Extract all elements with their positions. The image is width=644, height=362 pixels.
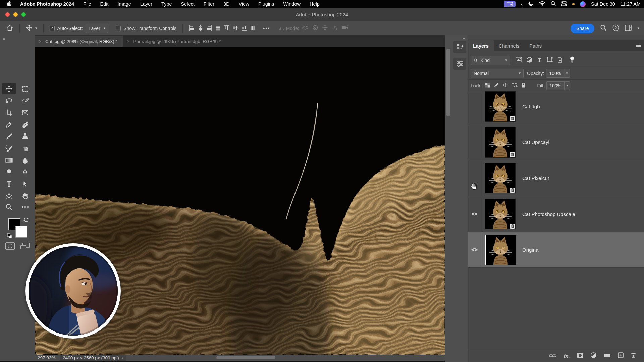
tab-layers[interactable]: Layers: [468, 40, 494, 51]
opacity-chevron[interactable]: ▾: [564, 69, 570, 78]
menu-date[interactable]: Sat Dec 30: [591, 1, 615, 7]
panel-menu-icon[interactable]: [636, 43, 641, 49]
layer-mask-icon[interactable]: [577, 353, 583, 359]
quick-mask-icon[interactable]: [5, 242, 15, 251]
workspace-chevron-icon[interactable]: ▾: [637, 26, 639, 31]
control-center-icon[interactable]: [561, 1, 567, 7]
align-bottom-icon[interactable]: [241, 25, 247, 32]
tool-move[interactable]: [2, 83, 16, 94]
visibility-toggle[interactable]: [468, 196, 481, 232]
background-color-swatch[interactable]: [15, 226, 27, 238]
menu-plugins[interactable]: Plugins: [258, 1, 274, 7]
tool-blur[interactable]: [18, 155, 32, 166]
tool-lasso[interactable]: [2, 95, 16, 106]
layer-thumbnail[interactable]: [485, 199, 516, 229]
align-left-icon[interactable]: [189, 25, 195, 32]
document-tab-portrait[interactable]: ✕ Portrait.jpg @ 298% (Portrait dgb, RGB…: [123, 36, 226, 47]
menu-select[interactable]: Select: [181, 1, 195, 7]
share-button[interactable]: Share: [571, 24, 594, 33]
default-colors-icon[interactable]: [7, 233, 12, 240]
tool-hand[interactable]: [18, 190, 32, 201]
lock-artboard-icon[interactable]: [512, 83, 518, 89]
layer-row[interactable]: Cat Upscayl: [468, 124, 644, 160]
back-chevron-icon[interactable]: ‹: [521, 1, 523, 7]
layer-thumbnail[interactable]: [485, 163, 516, 193]
workspace-icon[interactable]: [625, 25, 632, 32]
tool-spot-healing-brush[interactable]: [18, 119, 32, 130]
collapse-dock-icon[interactable]: «: [463, 36, 466, 41]
wifi-icon[interactable]: [539, 1, 545, 7]
menu-filter[interactable]: Filter: [204, 1, 214, 7]
lock-all-icon[interactable]: [521, 83, 526, 89]
distribute-h-icon[interactable]: [215, 25, 221, 32]
horizontal-scrollbar[interactable]: [216, 356, 275, 359]
tool-custom-shape[interactable]: [2, 190, 16, 201]
menu-time[interactable]: 11:27 AM: [621, 1, 641, 7]
tool-dodge[interactable]: [2, 167, 16, 178]
tool-edit-toolbar[interactable]: [18, 201, 32, 213]
document-info[interactable]: 2400 px x 2560 px (300 ppi) ›: [60, 355, 126, 361]
tool-brush[interactable]: [2, 131, 16, 142]
menu-edit[interactable]: Edit: [100, 1, 109, 7]
tool-preset-chevron-icon[interactable]: ▾: [35, 26, 37, 31]
tool-zoom[interactable]: [2, 201, 16, 213]
menu-window[interactable]: Window: [283, 1, 301, 7]
layer-thumbnail[interactable]: [485, 127, 516, 158]
properties-panel-icon[interactable]: [453, 58, 466, 70]
tab-channels[interactable]: Channels: [494, 40, 524, 51]
history-panel-icon[interactable]: [453, 41, 466, 53]
doc-info-chevron-icon[interactable]: ›: [122, 356, 124, 360]
filter-toggle-icon[interactable]: [570, 56, 574, 64]
menu-3d[interactable]: 3D: [223, 1, 230, 7]
delete-layer-icon[interactable]: [631, 352, 636, 359]
align-top-icon[interactable]: [224, 25, 229, 32]
menu-image[interactable]: Image: [118, 1, 131, 7]
layer-name[interactable]: Cat dgb: [522, 104, 540, 109]
visibility-toggle[interactable]: [468, 232, 481, 268]
align-right-icon[interactable]: [206, 25, 212, 32]
layer-name[interactable]: Cat Photoshop Upscale: [522, 211, 575, 217]
collapse-tools-icon[interactable]: «: [3, 36, 5, 41]
visibility-toggle[interactable]: [468, 88, 481, 124]
tool-frame[interactable]: [18, 107, 32, 118]
layer-thumbnail[interactable]: [485, 91, 516, 122]
new-layer-icon[interactable]: [618, 352, 624, 359]
tool-clone-stamp[interactable]: [18, 131, 32, 142]
menu-type[interactable]: Type: [161, 1, 172, 7]
filter-shape-layer-icon[interactable]: [547, 57, 553, 63]
adjustment-layer-icon[interactable]: [591, 352, 596, 359]
auto-select-dropdown[interactable]: Layer▾: [86, 24, 109, 33]
layer-row[interactable]: Original: [468, 232, 644, 268]
layer-row[interactable]: Cat Pixelcut: [468, 160, 644, 196]
layer-row[interactable]: Cat Photoshop Upscale: [468, 196, 644, 232]
auto-select-checkbox[interactable]: ✓: [50, 26, 55, 31]
layer-name[interactable]: Original: [522, 247, 540, 253]
tool-path-selection[interactable]: [18, 178, 32, 189]
screen-mode-icon[interactable]: [20, 242, 30, 251]
show-transform-checkbox[interactable]: [116, 26, 121, 31]
menu-file[interactable]: File: [83, 1, 91, 7]
filter-type-layer-icon[interactable]: T: [537, 57, 542, 63]
align-center-h-icon[interactable]: [198, 25, 203, 32]
tool-eraser[interactable]: [18, 143, 32, 154]
tool-rectangular-marquee[interactable]: [18, 83, 32, 94]
filter-kind-dropdown[interactable]: Kind ▾: [471, 56, 510, 65]
search-icon[interactable]: [600, 24, 607, 32]
layer-row[interactable]: Cat dgb: [468, 88, 644, 124]
tool-pen[interactable]: [18, 167, 32, 178]
close-tab-icon[interactable]: ✕: [126, 39, 130, 44]
lock-transparency-icon[interactable]: [485, 83, 490, 89]
layer-name[interactable]: Cat Pixelcut: [522, 175, 549, 181]
tool-object-selection[interactable]: [18, 95, 32, 106]
swap-colors-icon[interactable]: [23, 217, 29, 224]
more-options-icon[interactable]: •••: [263, 26, 270, 31]
tool-history-brush[interactable]: [2, 143, 16, 154]
filter-smart-object-icon[interactable]: [557, 57, 562, 64]
blend-mode-dropdown[interactable]: Normal ▾: [471, 69, 524, 78]
document-tab-cat[interactable]: ✕ Cat.jpg @ 298% (Original, RGB/8) *: [35, 36, 123, 47]
apple-menu[interactable]: [6, 1, 11, 8]
menu-help[interactable]: Help: [310, 1, 320, 7]
tool-gradient[interactable]: [2, 155, 16, 166]
help-icon[interactable]: ?: [612, 24, 619, 32]
lock-position-icon[interactable]: [503, 82, 508, 89]
